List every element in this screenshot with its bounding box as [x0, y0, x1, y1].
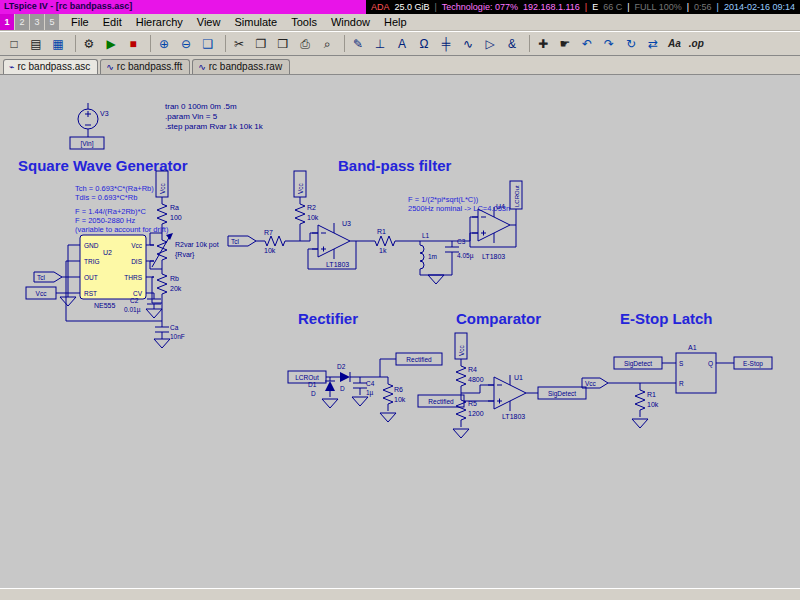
capacitor-icon[interactable]: ╪: [435, 33, 457, 54]
opamp-u1[interactable]: U1 LT1803: [488, 374, 526, 420]
net-label-lcrout[interactable]: LCROut: [510, 181, 522, 209]
workspace-tag-2[interactable]: 2: [15, 14, 29, 30]
menu-file[interactable]: File: [64, 14, 96, 30]
paste-icon[interactable]: ❒: [272, 33, 294, 54]
resistor-r7[interactable]: R7 10k: [262, 229, 288, 254]
undo-icon[interactable]: ↶: [576, 33, 598, 54]
net-label-vcc-rail[interactable]: Vcc: [455, 333, 467, 359]
voltage-source-v3[interactable]: V3 [Vin]: [70, 103, 109, 149]
tab-rc-bandpass-raw[interactable]: ∿ rc bandpass.raw: [192, 59, 290, 74]
section-title: Band-pass filter: [338, 157, 452, 174]
copy-icon[interactable]: ❐: [250, 33, 272, 54]
wire-icon[interactable]: ✎: [347, 33, 369, 54]
net-label-vcc-rail[interactable]: Vcc: [294, 171, 306, 197]
comparator-section[interactable]: Comparator Vcc R4 4800 R5 1200: [418, 310, 586, 438]
capacitor-c2[interactable]: C2 0.01µ: [124, 297, 161, 314]
r7-value: 10k: [264, 247, 276, 254]
inductor-l1[interactable]: L1 1m: [420, 232, 437, 269]
capacitor-c4[interactable]: C4 1µ: [353, 380, 375, 397]
opamp-u3[interactable]: U3 LT1803: [312, 220, 351, 268]
menu-help[interactable]: Help: [377, 14, 414, 30]
ground-symbol: [322, 399, 338, 408]
menu-edit[interactable]: Edit: [96, 14, 129, 30]
zoom-in-icon[interactable]: ⊕: [153, 33, 175, 54]
wires[interactable]: [608, 363, 734, 417]
save-icon[interactable]: ▦: [47, 33, 69, 54]
zoom-out-icon[interactable]: ⊖: [175, 33, 197, 54]
net-label-vcc-rail[interactable]: Vcc: [156, 171, 168, 197]
potentiometer-r2var[interactable]: R2var 10k pot {Rvar}: [152, 233, 219, 267]
net-label-e-stop-out[interactable]: E-Stop: [734, 357, 772, 369]
net-label-sigdetect-out[interactable]: SigDetect: [538, 387, 586, 399]
pin-s: S: [679, 360, 684, 367]
redo-icon[interactable]: ↷: [598, 33, 620, 54]
zoom-full-icon[interactable]: ❑: [197, 33, 219, 54]
diode-icon[interactable]: ▷: [479, 33, 501, 54]
halt-icon[interactable]: ■: [122, 33, 144, 54]
net-flag-vcc[interactable]: Vcc: [582, 378, 608, 388]
band-pass-filter-section[interactable]: Band-pass filter F = 1/(2*pi*sqrt(L*C)) …: [228, 157, 522, 284]
status-wifi: Technologie: 077%: [442, 2, 518, 12]
find-icon[interactable]: ⌕: [316, 33, 338, 54]
resistor-r6[interactable]: R6 10k: [383, 381, 406, 407]
resistor-r1-latch[interactable]: R1 10k: [635, 387, 659, 413]
menu-hierarchy[interactable]: Hierarchy: [129, 14, 190, 30]
net-label-lcrout-in[interactable]: LCROut: [288, 371, 326, 383]
status-disk-label: ADA: [371, 2, 390, 12]
r1-value: 10k: [647, 401, 659, 408]
workspace-tag-3[interactable]: 3: [30, 14, 44, 30]
svg-text:Rectified: Rectified: [406, 356, 432, 363]
menu-simulate[interactable]: Simulate: [227, 14, 284, 30]
schematic-canvas[interactable]: V3 [Vin] tran 0 100m 0m .5m .param Vin =…: [0, 75, 800, 588]
component-icon[interactable]: &: [501, 33, 523, 54]
resistor-r2[interactable]: R2 10k: [295, 201, 319, 227]
menubar: File Edit Hierarchy View Simulate Tools …: [64, 14, 414, 30]
rotate-icon[interactable]: ↻: [620, 33, 642, 54]
status-battery: FULL 100%: [635, 2, 682, 12]
ground-symbol: [453, 429, 469, 438]
toolbar-separator: [146, 35, 151, 52]
menu-view[interactable]: View: [190, 14, 228, 30]
control-panel-icon[interactable]: ⚙: [78, 33, 100, 54]
menu-tools[interactable]: Tools: [284, 14, 324, 30]
rb-value: 20k: [170, 285, 182, 292]
resistor-ra[interactable]: Ra 100: [157, 201, 182, 227]
cut-icon[interactable]: ✂: [228, 33, 250, 54]
sr-latch-a1[interactable]: A1 S R Q: [676, 344, 716, 393]
workspace-tag-1[interactable]: 1: [0, 14, 14, 30]
move-icon[interactable]: ✚: [532, 33, 554, 54]
run-icon[interactable]: ▶: [100, 33, 122, 54]
workspace-tag-5[interactable]: 5: [45, 14, 59, 30]
net-label-rectified-out[interactable]: Rectified: [396, 353, 442, 365]
new-schematic-icon[interactable]: □: [3, 33, 25, 54]
open-icon[interactable]: ▤: [25, 33, 47, 54]
net-label-vcc-rst[interactable]: Vcc: [26, 287, 56, 299]
r5-ref: R5: [468, 400, 477, 407]
text-tool-icon[interactable]: Aa: [664, 33, 685, 54]
pin-trig: TRIG: [84, 258, 100, 265]
resistor-icon[interactable]: Ω: [413, 33, 435, 54]
tab-rc-bandpass-asc[interactable]: ⌁ rc bandpass.asc: [3, 59, 98, 74]
resistor-rb[interactable]: Rb 20k: [157, 271, 182, 297]
ground-icon[interactable]: ⊥: [369, 33, 391, 54]
square-wave-generator-section[interactable]: Square Wave Generator Tch = 0.693*C*(Ra+…: [18, 157, 219, 348]
capacitor-ca[interactable]: Ca 10nF: [155, 324, 185, 340]
mirror-icon[interactable]: ⇄: [642, 33, 664, 54]
spice-directive-icon[interactable]: .op: [685, 33, 708, 54]
net-flag-tcl[interactable]: Tcl: [34, 272, 62, 282]
resistor-r1[interactable]: R1 1k: [372, 228, 398, 254]
print-icon[interactable]: ⎙: [294, 33, 316, 54]
label-icon[interactable]: A: [391, 33, 413, 54]
menu-window[interactable]: Window: [324, 14, 377, 30]
svg-text:Vcc: Vcc: [36, 290, 48, 297]
inductor-icon[interactable]: ∿: [457, 33, 479, 54]
spice-directives[interactable]: tran 0 100m 0m .5m .param Vin = 5 .step …: [165, 102, 264, 131]
rectifier-section[interactable]: Rectifier LCROut D2 D D1 D: [288, 310, 442, 422]
r1-ref: R1: [647, 391, 656, 398]
drag-icon[interactable]: ☛: [554, 33, 576, 54]
component-u2-ne555[interactable]: GND TRIG OUT RST Vcc DIS THRS CV U2 NE55…: [72, 235, 154, 309]
net-label-sigdetect-in[interactable]: SigDetect: [614, 357, 662, 369]
e-stop-latch-section[interactable]: E-Stop Latch A1 S R Q SigDetect E-Stop: [582, 310, 772, 428]
tab-rc-bandpass-fft[interactable]: ∿ rc bandpass.fft: [100, 59, 190, 74]
net-flag-tcl[interactable]: Tcl: [228, 236, 256, 246]
